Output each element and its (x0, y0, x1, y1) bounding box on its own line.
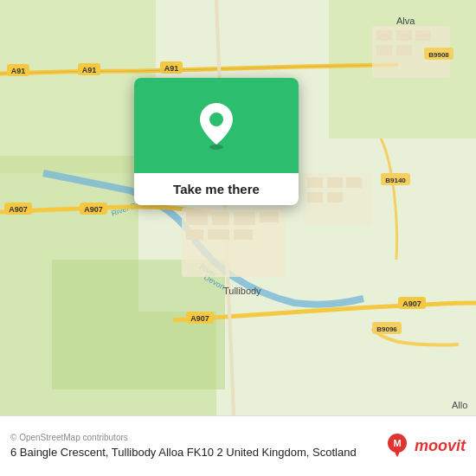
svg-rect-18 (307, 177, 323, 188)
svg-text:A907: A907 (84, 205, 103, 214)
svg-rect-5 (52, 260, 225, 389)
moovit-logo: M moovit (383, 433, 466, 460)
svg-text:A91: A91 (11, 67, 26, 75)
svg-rect-11 (212, 212, 229, 225)
svg-text:A907: A907 (9, 205, 28, 214)
map-background: River Devon River Devon (0, 0, 476, 415)
svg-rect-27 (376, 45, 392, 55)
svg-text:B9140: B9140 (385, 177, 406, 184)
svg-text:Allo: Allo (452, 400, 467, 410)
moovit-brand-text: moovit (415, 437, 466, 455)
svg-text:Tullibody: Tullibody (223, 286, 261, 296)
svg-rect-19 (327, 177, 343, 188)
location-pin-icon (196, 101, 237, 150)
svg-text:A91: A91 (82, 66, 97, 74)
svg-rect-15 (234, 229, 253, 240)
svg-rect-1 (0, 0, 156, 173)
take-me-there-button[interactable]: Take me there (134, 173, 299, 205)
popup-header (134, 78, 299, 173)
svg-rect-14 (208, 229, 229, 240)
svg-text:Alva: Alva (396, 16, 415, 26)
svg-rect-22 (327, 192, 343, 203)
svg-rect-10 (186, 212, 208, 225)
svg-point-52 (209, 145, 223, 150)
svg-text:A91: A91 (164, 64, 179, 73)
svg-text:A907: A907 (190, 314, 209, 323)
moovit-brand-icon: M (383, 433, 411, 460)
svg-text:B9908: B9908 (428, 51, 449, 59)
svg-rect-13 (186, 229, 203, 240)
svg-point-53 (209, 113, 223, 126)
svg-rect-25 (396, 30, 412, 41)
bottom-left-content: © OpenStreetMap contributors 6 Baingle C… (10, 433, 383, 460)
svg-rect-20 (346, 177, 362, 188)
svg-rect-24 (376, 30, 392, 41)
svg-rect-28 (396, 45, 412, 55)
svg-rect-16 (260, 212, 279, 222)
svg-rect-12 (234, 212, 255, 225)
svg-text:B9096: B9096 (376, 325, 397, 333)
location-popup: Take me there (134, 78, 299, 205)
svg-text:A907: A907 (402, 299, 421, 308)
svg-rect-21 (307, 192, 323, 203)
bottom-info-bar: © OpenStreetMap contributors 6 Baingle C… (0, 415, 476, 476)
address-display: 6 Baingle Crescent, Tullibody Alloa FK10… (10, 445, 383, 460)
map-attribution: © OpenStreetMap contributors (10, 433, 383, 442)
map-container: River Devon River Devon (0, 0, 476, 415)
svg-text:M: M (393, 438, 401, 448)
svg-rect-26 (415, 30, 431, 41)
